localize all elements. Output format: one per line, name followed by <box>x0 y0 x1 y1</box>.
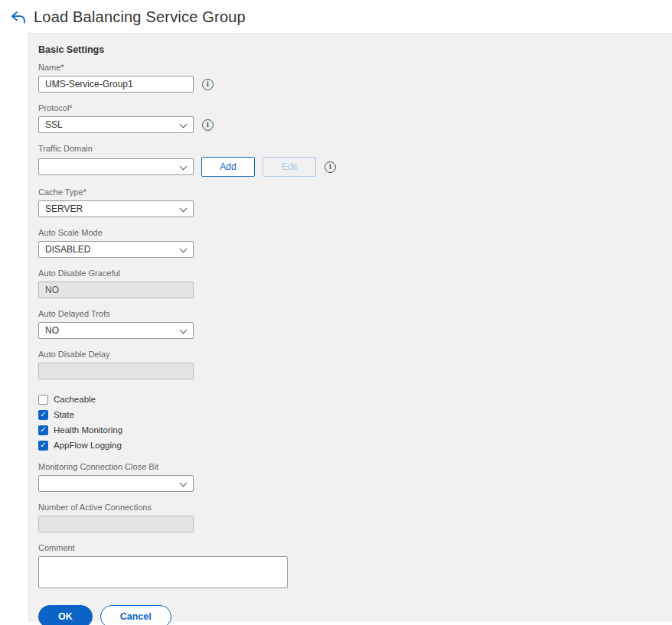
cache-type-label: Cache Type* <box>38 187 672 197</box>
name-label: Name* <box>38 63 672 72</box>
cancel-button[interactable]: Cancel <box>100 605 171 625</box>
auto-disable-delay-input <box>38 363 194 379</box>
cacheable-checkbox-row[interactable]: Cacheable <box>38 392 672 407</box>
auto-disable-delay-field-group: Auto Disable Delay <box>38 350 672 379</box>
auto-scale-mode-select[interactable]: DISABLED <box>38 241 194 258</box>
edit-button: Edit <box>263 157 316 177</box>
ok-button[interactable]: OK <box>38 605 93 625</box>
auto-disable-graceful-field-group: Auto Disable Graceful NO <box>38 269 672 298</box>
page-title: Load Balancing Service Group <box>34 8 246 26</box>
section-title: Basic Settings <box>28 34 672 63</box>
cache-type-select[interactable]: SERVER <box>38 200 194 217</box>
basic-settings-form: Name* i Protocol* SSL i Traffic Domain <box>28 63 672 625</box>
info-icon[interactable]: i <box>325 161 336 173</box>
add-button[interactable]: Add <box>201 157 255 177</box>
health-monitoring-label: Health Monitoring <box>54 425 122 435</box>
auto-scale-mode-field-group: Auto Scale Mode DISABLED <box>38 228 672 258</box>
protocol-field-group: Protocol* SSL i <box>38 103 672 133</box>
page-header: Load Balancing Service Group <box>0 0 672 33</box>
number-of-active-connections-label: Number of Active Connections <box>38 503 672 512</box>
protocol-select[interactable]: SSL <box>38 116 194 133</box>
auto-disable-delay-label: Auto Disable Delay <box>38 350 672 359</box>
auto-delayed-trofs-label: Auto Delayed Trofs <box>38 309 672 318</box>
info-glyph: i <box>207 121 209 129</box>
traffic-domain-field-group: Traffic Domain Add Edit i <box>38 144 672 177</box>
cache-type-field-group: Cache Type* SERVER <box>38 187 672 217</box>
state-label: State <box>54 410 74 419</box>
auto-delayed-trofs-select-value: NO <box>45 325 59 336</box>
protocol-select-value: SSL <box>45 119 63 130</box>
name-field-group: Name* i <box>38 63 672 93</box>
comment-label: Comment <box>38 543 672 552</box>
cacheable-checkbox[interactable] <box>38 395 48 405</box>
action-buttons: OK Cancel <box>38 605 672 625</box>
comment-field-group: Comment <box>38 543 672 588</box>
info-glyph: i <box>207 80 209 88</box>
checkbox-section: Cacheable ✓ State ✓ Health Monitoring ✓ … <box>38 392 672 453</box>
cache-type-select-value: SERVER <box>45 203 83 214</box>
health-monitoring-checkbox-row[interactable]: ✓ Health Monitoring <box>38 422 672 438</box>
chevron-down-icon <box>180 246 188 253</box>
chevron-down-icon <box>180 480 188 487</box>
check-icon: ✓ <box>40 411 46 418</box>
monitoring-connection-close-bit-label: Monitoring Connection Close Bit <box>38 462 672 471</box>
auto-delayed-trofs-select[interactable]: NO <box>38 322 194 339</box>
appflow-logging-checkbox[interactable]: ✓ <box>38 441 48 451</box>
comment-textarea[interactable] <box>38 556 288 588</box>
chevron-down-icon <box>180 327 188 334</box>
check-icon: ✓ <box>40 441 46 449</box>
check-icon: ✓ <box>40 426 46 434</box>
chevron-down-icon <box>180 163 188 171</box>
traffic-domain-label: Traffic Domain <box>38 144 672 153</box>
auto-disable-graceful-input: NO <box>38 282 194 298</box>
protocol-label: Protocol* <box>38 103 672 112</box>
traffic-domain-select[interactable] <box>38 158 194 175</box>
number-of-active-connections-field-group: Number of Active Connections <box>38 503 672 532</box>
appflow-logging-checkbox-row[interactable]: ✓ AppFlow Logging <box>38 438 672 453</box>
auto-delayed-trofs-field-group: Auto Delayed Trofs NO <box>38 309 672 339</box>
monitoring-connection-close-bit-field-group: Monitoring Connection Close Bit <box>38 462 672 492</box>
back-arrow-icon[interactable] <box>10 11 27 24</box>
appflow-logging-label: AppFlow Logging <box>54 441 122 450</box>
name-input[interactable] <box>38 76 194 93</box>
auto-disable-graceful-label: Auto Disable Graceful <box>38 269 672 278</box>
info-icon[interactable]: i <box>202 119 214 131</box>
auto-scale-mode-select-value: DISABLED <box>45 244 90 255</box>
info-icon[interactable]: i <box>202 79 214 90</box>
info-glyph: i <box>329 163 331 171</box>
chevron-down-icon <box>180 121 188 129</box>
chevron-down-icon <box>180 205 188 213</box>
auto-disable-graceful-value: NO <box>45 285 59 295</box>
basic-settings-panel: Basic Settings Name* i Protocol* SSL i T… <box>28 33 672 622</box>
auto-scale-mode-label: Auto Scale Mode <box>38 228 672 237</box>
state-checkbox[interactable]: ✓ <box>38 410 48 420</box>
state-checkbox-row[interactable]: ✓ State <box>38 407 672 422</box>
health-monitoring-checkbox[interactable]: ✓ <box>38 425 48 435</box>
cacheable-label: Cacheable <box>54 395 96 404</box>
number-of-active-connections-input <box>38 516 194 532</box>
monitoring-connection-close-bit-select[interactable] <box>38 475 194 492</box>
